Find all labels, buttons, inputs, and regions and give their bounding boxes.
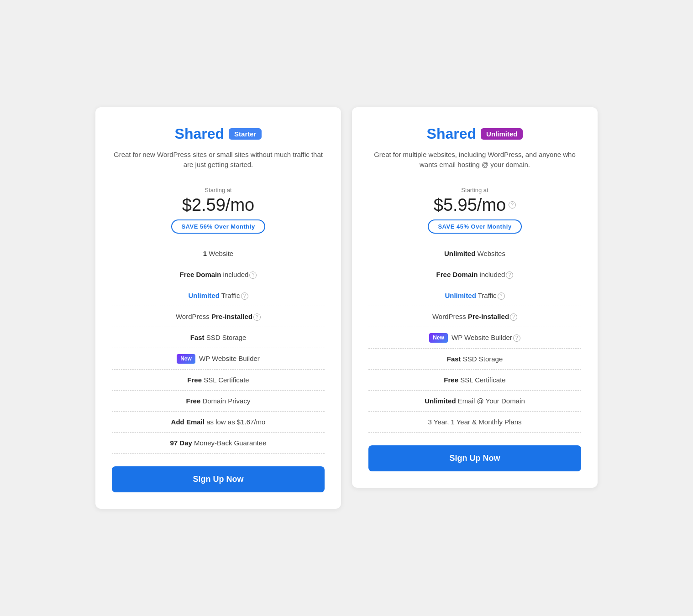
feature-item: Free SSL Certificate xyxy=(112,370,325,391)
card-title: Shared xyxy=(175,125,224,142)
feature-item: 1 Website xyxy=(112,243,325,264)
feature-highlight-blue: Unlimited xyxy=(445,292,476,299)
feature-item: Unlimited Email @ Your Domain xyxy=(368,391,581,412)
card-title-row: SharedStarter xyxy=(112,125,325,142)
feature-list: 1 WebsiteFree Domain included?Unlimited … xyxy=(112,243,325,454)
feature-item: Unlimited Websites xyxy=(368,243,581,264)
feature-item: Free SSL Certificate xyxy=(368,370,581,391)
feature-highlight: Pre-Installed xyxy=(468,313,509,320)
plan-badge: Starter xyxy=(229,128,262,140)
feature-item: 3 Year, 1 Year & Monthly Plans xyxy=(368,412,581,433)
feature-list: Unlimited WebsitesFree Domain included?U… xyxy=(368,243,581,433)
save-badge: SAVE 56% Over Monthly xyxy=(112,215,325,234)
feature-item: 97 Day Money-Back Guarantee xyxy=(112,433,325,454)
feature-highlight: Unlimited xyxy=(444,250,475,257)
feature-highlight: Fast xyxy=(447,355,461,363)
feature-item: Unlimited Traffic? xyxy=(112,285,325,306)
feature-item: Free Domain Privacy xyxy=(112,391,325,412)
feature-item: Free Domain included? xyxy=(368,264,581,285)
feature-highlight: 97 Day xyxy=(170,439,192,447)
new-badge: New xyxy=(177,354,195,364)
feature-item: Fast SSD Storage xyxy=(368,349,581,370)
feature-item: New WP Website Builder xyxy=(112,348,325,370)
starting-at-label: Starting at xyxy=(368,187,581,193)
feature-item: New WP Website Builder? xyxy=(368,327,581,349)
price-help-icon[interactable]: ? xyxy=(509,201,516,209)
card-description: Great for multiple websites, including W… xyxy=(368,150,581,170)
pricing-section: Starting at$2.59/moSAVE 56% Over Monthly xyxy=(112,187,325,234)
feature-highlight: Free Domain xyxy=(436,271,478,278)
signup-button[interactable]: Sign Up Now xyxy=(368,445,581,471)
feature-highlight: Unlimited xyxy=(425,397,456,405)
pricing-card-unlimited: SharedUnlimitedGreat for multiple websit… xyxy=(352,107,598,488)
card-title: Shared xyxy=(427,125,476,142)
new-badge: New xyxy=(429,333,448,343)
feature-help-icon[interactable]: ? xyxy=(506,271,513,279)
feature-highlight: Free xyxy=(187,376,202,384)
feature-item: Unlimited Traffic? xyxy=(368,285,581,306)
feature-help-icon[interactable]: ? xyxy=(253,313,261,321)
feature-help-icon[interactable]: ? xyxy=(513,334,520,342)
feature-highlight: Add Email xyxy=(171,418,205,426)
starting-at-label: Starting at xyxy=(112,187,325,193)
feature-help-icon[interactable]: ? xyxy=(498,292,505,300)
feature-highlight-blue: Unlimited xyxy=(188,292,219,299)
pricing-cards-container: SharedStarterGreat for new WordPress sit… xyxy=(95,107,598,509)
feature-item: WordPress Pre-installed? xyxy=(112,306,325,327)
pricing-card-starter: SharedStarterGreat for new WordPress sit… xyxy=(95,107,341,509)
feature-item: Fast SSD Storage xyxy=(112,327,325,348)
feature-help-icon[interactable]: ? xyxy=(241,292,248,300)
feature-highlight: Pre-installed xyxy=(211,313,252,320)
signup-button[interactable]: Sign Up Now xyxy=(112,466,325,492)
card-header: SharedUnlimitedGreat for multiple websit… xyxy=(368,125,581,179)
feature-help-icon[interactable]: ? xyxy=(249,271,257,279)
feature-highlight: 1 xyxy=(203,250,207,257)
feature-item: Free Domain included? xyxy=(112,264,325,285)
feature-item: WordPress Pre-Installed? xyxy=(368,306,581,327)
pricing-section: Starting at$5.95/mo?SAVE 45% Over Monthl… xyxy=(368,187,581,234)
feature-highlight: Fast xyxy=(190,334,205,341)
plan-badge: Unlimited xyxy=(481,128,523,140)
save-badge: SAVE 45% Over Monthly xyxy=(368,215,581,234)
card-title-row: SharedUnlimited xyxy=(368,125,581,142)
price-display: $2.59/mo xyxy=(112,195,325,215)
feature-highlight: Free xyxy=(444,376,458,384)
feature-highlight: Free Domain xyxy=(180,271,221,278)
feature-highlight: Free xyxy=(186,397,201,405)
feature-item: Add Email as low as $1.67/mo xyxy=(112,412,325,433)
price-display: $5.95/mo? xyxy=(368,195,581,215)
card-header: SharedStarterGreat for new WordPress sit… xyxy=(112,125,325,179)
feature-help-icon[interactable]: ? xyxy=(510,313,517,321)
card-description: Great for new WordPress sites or small s… xyxy=(112,150,325,170)
